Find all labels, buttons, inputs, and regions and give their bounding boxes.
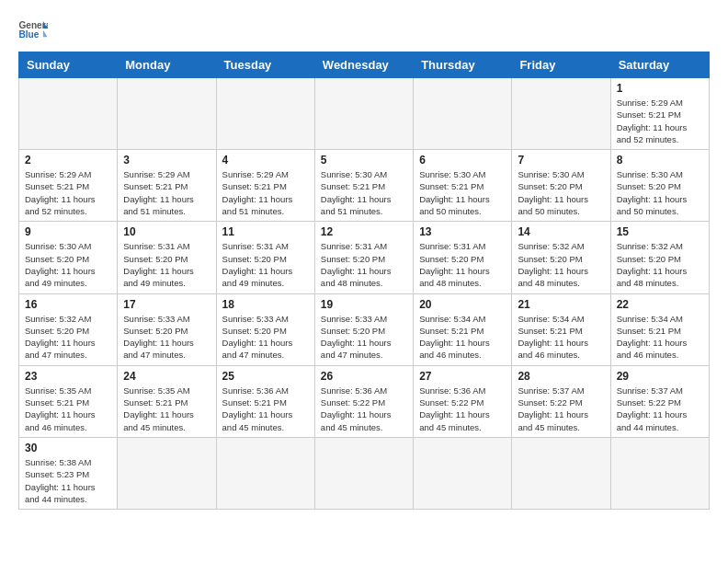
calendar-cell: 3Sunrise: 5:29 AMSunset: 5:21 PMDaylight… (118, 150, 216, 222)
col-header-friday: Friday (512, 52, 610, 78)
day-number: 19 (321, 298, 407, 311)
calendar-cell: 8Sunrise: 5:30 AMSunset: 5:20 PMDaylight… (610, 150, 709, 222)
week-row-6: 30Sunrise: 5:38 AMSunset: 5:23 PMDayligh… (19, 437, 710, 509)
day-number: 12 (321, 225, 407, 238)
day-number: 13 (419, 225, 506, 238)
header-row: SundayMondayTuesdayWednesdayThursdayFrid… (19, 52, 710, 78)
calendar-cell: 25Sunrise: 5:36 AMSunset: 5:21 PMDayligh… (216, 365, 314, 437)
calendar-cell: 21Sunrise: 5:34 AMSunset: 5:21 PMDayligh… (512, 293, 610, 365)
calendar-cell: 9Sunrise: 5:30 AMSunset: 5:20 PMDaylight… (19, 222, 118, 293)
day-info: Sunrise: 5:31 AMSunset: 5:20 PMDaylight:… (419, 240, 506, 289)
day-info: Sunrise: 5:34 AMSunset: 5:21 PMDaylight:… (419, 313, 506, 362)
logo: General Blue (18, 18, 48, 44)
day-info: Sunrise: 5:31 AMSunset: 5:20 PMDaylight:… (321, 240, 407, 289)
day-number: 4 (222, 154, 309, 167)
day-info: Sunrise: 5:33 AMSunset: 5:20 PMDaylight:… (123, 313, 210, 362)
day-number: 29 (617, 370, 703, 383)
day-number: 9 (25, 225, 111, 238)
day-number: 5 (321, 154, 407, 167)
calendar-cell: 18Sunrise: 5:33 AMSunset: 5:20 PMDayligh… (216, 293, 314, 365)
calendar-cell (512, 78, 610, 150)
day-info: Sunrise: 5:33 AMSunset: 5:20 PMDaylight:… (222, 313, 309, 362)
calendar-cell: 29Sunrise: 5:37 AMSunset: 5:22 PMDayligh… (610, 365, 709, 437)
day-number: 27 (419, 370, 506, 383)
calendar-cell (216, 78, 314, 150)
day-info: Sunrise: 5:30 AMSunset: 5:20 PMDaylight:… (518, 168, 604, 217)
day-info: Sunrise: 5:37 AMSunset: 5:22 PMDaylight:… (518, 385, 604, 433)
day-info: Sunrise: 5:34 AMSunset: 5:21 PMDaylight:… (617, 313, 703, 362)
day-number: 8 (617, 154, 703, 167)
day-number: 10 (123, 225, 210, 238)
day-number: 7 (518, 154, 604, 167)
calendar-cell (216, 437, 314, 509)
calendar-cell: 22Sunrise: 5:34 AMSunset: 5:21 PMDayligh… (610, 293, 709, 365)
calendar-cell: 13Sunrise: 5:31 AMSunset: 5:20 PMDayligh… (414, 222, 512, 293)
col-header-tuesday: Tuesday (216, 52, 314, 78)
calendar-cell: 23Sunrise: 5:35 AMSunset: 5:21 PMDayligh… (19, 365, 118, 437)
logo-icon: General Blue (18, 18, 48, 44)
day-number: 6 (419, 154, 506, 167)
day-info: Sunrise: 5:31 AMSunset: 5:20 PMDaylight:… (222, 240, 309, 289)
day-info: Sunrise: 5:30 AMSunset: 5:20 PMDaylight:… (25, 240, 111, 289)
calendar-cell: 17Sunrise: 5:33 AMSunset: 5:20 PMDayligh… (118, 293, 216, 365)
day-number: 24 (123, 370, 210, 383)
calendar-cell: 7Sunrise: 5:30 AMSunset: 5:20 PMDaylight… (512, 150, 610, 222)
calendar-cell (118, 78, 216, 150)
col-header-saturday: Saturday (610, 52, 709, 78)
day-number: 23 (25, 370, 111, 383)
day-info: Sunrise: 5:32 AMSunset: 5:20 PMDaylight:… (518, 240, 604, 289)
day-info: Sunrise: 5:32 AMSunset: 5:20 PMDaylight:… (25, 313, 111, 362)
calendar-cell (19, 78, 118, 150)
day-info: Sunrise: 5:33 AMSunset: 5:20 PMDaylight:… (321, 313, 407, 362)
calendar-table: SundayMondayTuesdayWednesdayThursdayFrid… (18, 52, 710, 510)
day-number: 26 (321, 370, 407, 383)
day-info: Sunrise: 5:32 AMSunset: 5:20 PMDaylight:… (617, 240, 703, 289)
calendar-cell: 19Sunrise: 5:33 AMSunset: 5:20 PMDayligh… (314, 293, 413, 365)
day-number: 3 (123, 154, 210, 167)
day-info: Sunrise: 5:29 AMSunset: 5:21 PMDaylight:… (617, 97, 703, 145)
calendar-cell (314, 78, 413, 150)
calendar-cell: 27Sunrise: 5:36 AMSunset: 5:22 PMDayligh… (414, 365, 512, 437)
calendar-cell: 6Sunrise: 5:30 AMSunset: 5:21 PMDaylight… (414, 150, 512, 222)
calendar-cell: 24Sunrise: 5:35 AMSunset: 5:21 PMDayligh… (118, 365, 216, 437)
day-info: Sunrise: 5:38 AMSunset: 5:23 PMDaylight:… (25, 456, 111, 505)
day-info: Sunrise: 5:36 AMSunset: 5:22 PMDaylight:… (419, 385, 506, 433)
calendar-cell: 14Sunrise: 5:32 AMSunset: 5:20 PMDayligh… (512, 222, 610, 293)
calendar-cell (610, 437, 709, 509)
day-number: 22 (617, 298, 703, 311)
calendar-cell (118, 437, 216, 509)
week-row-4: 16Sunrise: 5:32 AMSunset: 5:20 PMDayligh… (19, 293, 710, 365)
day-info: Sunrise: 5:29 AMSunset: 5:21 PMDaylight:… (25, 168, 111, 217)
calendar-cell: 12Sunrise: 5:31 AMSunset: 5:20 PMDayligh… (314, 222, 413, 293)
calendar-cell: 4Sunrise: 5:29 AMSunset: 5:21 PMDaylight… (216, 150, 314, 222)
calendar-cell: 30Sunrise: 5:38 AMSunset: 5:23 PMDayligh… (19, 437, 118, 509)
calendar-cell (414, 78, 512, 150)
col-header-sunday: Sunday (19, 52, 118, 78)
day-number: 2 (25, 154, 111, 167)
week-row-5: 23Sunrise: 5:35 AMSunset: 5:21 PMDayligh… (19, 365, 710, 437)
col-header-wednesday: Wednesday (314, 52, 413, 78)
calendar-cell: 15Sunrise: 5:32 AMSunset: 5:20 PMDayligh… (610, 222, 709, 293)
calendar-cell: 11Sunrise: 5:31 AMSunset: 5:20 PMDayligh… (216, 222, 314, 293)
calendar-cell: 16Sunrise: 5:32 AMSunset: 5:20 PMDayligh… (19, 293, 118, 365)
day-info: Sunrise: 5:35 AMSunset: 5:21 PMDaylight:… (123, 385, 210, 433)
svg-text:Blue: Blue (18, 29, 39, 40)
week-row-3: 9Sunrise: 5:30 AMSunset: 5:20 PMDaylight… (19, 222, 710, 293)
day-number: 11 (222, 225, 309, 238)
calendar-cell: 2Sunrise: 5:29 AMSunset: 5:21 PMDaylight… (19, 150, 118, 222)
day-info: Sunrise: 5:29 AMSunset: 5:21 PMDaylight:… (222, 168, 309, 217)
day-number: 17 (123, 298, 210, 311)
day-info: Sunrise: 5:29 AMSunset: 5:21 PMDaylight:… (123, 168, 210, 217)
calendar-cell: 20Sunrise: 5:34 AMSunset: 5:21 PMDayligh… (414, 293, 512, 365)
col-header-thursday: Thursday (414, 52, 512, 78)
week-row-2: 2Sunrise: 5:29 AMSunset: 5:21 PMDaylight… (19, 150, 710, 222)
day-info: Sunrise: 5:30 AMSunset: 5:20 PMDaylight:… (617, 168, 703, 217)
day-info: Sunrise: 5:36 AMSunset: 5:21 PMDaylight:… (222, 385, 309, 433)
calendar-cell (314, 437, 413, 509)
day-info: Sunrise: 5:31 AMSunset: 5:20 PMDaylight:… (123, 240, 210, 289)
week-row-1: 1Sunrise: 5:29 AMSunset: 5:21 PMDaylight… (19, 78, 710, 150)
col-header-monday: Monday (118, 52, 216, 78)
day-info: Sunrise: 5:37 AMSunset: 5:22 PMDaylight:… (617, 385, 703, 433)
day-number: 14 (518, 225, 604, 238)
day-info: Sunrise: 5:36 AMSunset: 5:22 PMDaylight:… (321, 385, 407, 433)
